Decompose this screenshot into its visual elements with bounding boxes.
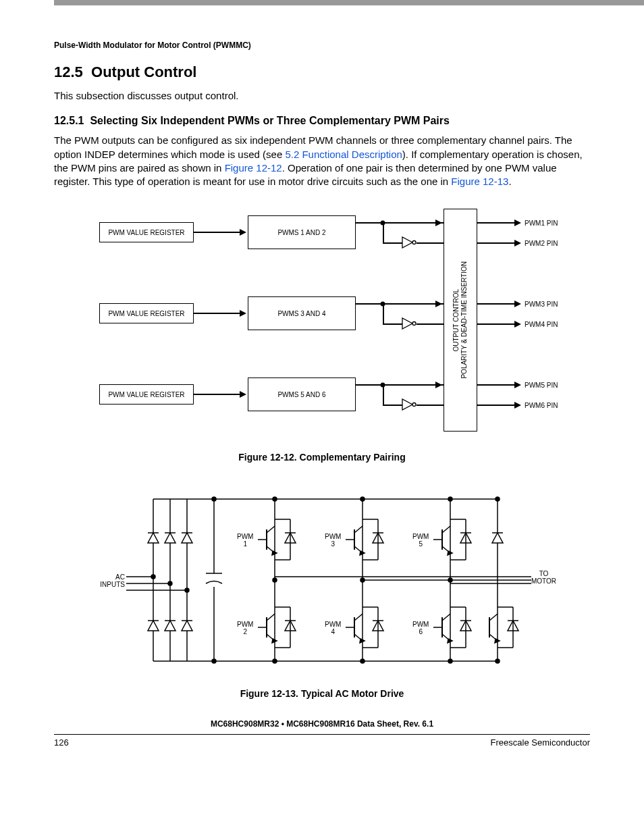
vendor-name: Freescale Semiconductor <box>491 737 590 748</box>
running-header: Pulse-Width Modulator for Motor Control … <box>54 41 590 50</box>
pwm4-pin-label: PWM4 PIN <box>525 321 558 328</box>
out-ctrl-line2: POLARITY & DEAD-TIME INSERTION <box>460 261 468 379</box>
svg-point-59 <box>360 659 365 663</box>
arrow-icon <box>514 219 521 226</box>
svg-line-74 <box>354 614 363 621</box>
schematic-svg <box>86 479 558 681</box>
footer-doc-title: MC68HC908MR32 • MC68HC908MR16 Data Sheet… <box>54 719 590 729</box>
svg-marker-89 <box>448 551 452 555</box>
subsection-heading: 12.5.1 Selecting Six Independent PWMs or… <box>54 115 590 127</box>
text-run: . <box>508 176 511 187</box>
arrow-icon <box>514 382 521 388</box>
page-number: 126 <box>54 737 69 748</box>
figure-12-13-caption: Figure 12-13. Typical AC Motor Drive <box>54 688 590 699</box>
output-control-label: OUTPUT CONTROL POLARITY & DEAD-TIME INSE… <box>452 261 468 379</box>
link-functional-description[interactable]: 5.2 Functional Description <box>285 149 402 160</box>
svg-point-5 <box>412 403 416 407</box>
inverter-icon <box>402 317 417 330</box>
section-title: Output Control <box>91 63 196 80</box>
arrow-icon <box>514 402 521 409</box>
wire <box>477 303 518 305</box>
svg-marker-4 <box>402 399 412 410</box>
arrow-icon <box>514 240 521 246</box>
svg-line-105 <box>489 614 498 621</box>
to-motor-label: TO MOTOR <box>531 570 556 585</box>
pwm5-label: PWM 5 <box>412 533 429 548</box>
svg-marker-13 <box>165 533 176 543</box>
wire <box>477 405 518 406</box>
pwm6-pin-label: PWM6 PIN <box>525 402 558 409</box>
pwm-value-register-2: PWM VALUE REGISTER <box>99 303 194 323</box>
svg-marker-21 <box>182 621 192 631</box>
header-rule <box>54 0 644 5</box>
out-ctrl-line1: OUTPUT CONTROL <box>452 289 460 352</box>
pwms-1-2-block: PWMS 1 AND 2 <box>248 215 356 249</box>
page: Pulse-Width Modulator for Motor Control … <box>0 14 644 768</box>
arrow-icon <box>435 382 442 388</box>
figure-12-12: OUTPUT CONTROL POLARITY & DEAD-TIME INSE… <box>65 202 579 445</box>
svg-marker-67 <box>360 551 365 555</box>
subsection-title: Selecting Six Independent PWMs or Three … <box>90 115 450 126</box>
wire <box>417 242 444 244</box>
svg-line-65 <box>354 526 363 533</box>
wire <box>477 384 518 386</box>
svg-marker-54 <box>272 639 277 643</box>
svg-point-81 <box>448 659 452 663</box>
pwm1-pin-label: PWM1 PIN <box>525 219 558 227</box>
pwm2-pin-label: PWM2 PIN <box>525 240 558 247</box>
svg-marker-98 <box>448 639 452 643</box>
arrow-icon <box>240 310 246 317</box>
reg-label: PWM VALUE REGISTER <box>108 391 184 398</box>
pwm3-label: PWM 3 <box>325 533 341 548</box>
wire <box>417 405 444 406</box>
wire <box>194 394 241 395</box>
arrow-icon <box>514 301 521 307</box>
wire <box>417 323 444 325</box>
svg-line-43 <box>267 526 275 533</box>
section-heading: 12.5 Output Control <box>54 63 590 81</box>
footer-row: 126 Freescale Semiconductor <box>54 734 590 748</box>
svg-marker-45 <box>272 551 277 555</box>
wire <box>383 242 403 244</box>
wire <box>383 323 403 325</box>
arrow-icon <box>514 321 521 328</box>
svg-marker-103 <box>492 533 503 543</box>
pwm1-label: PWM 1 <box>237 533 253 548</box>
wire <box>356 303 444 305</box>
pwm4-label: PWM 4 <box>325 621 341 635</box>
pair-label: PWMS 1 AND 2 <box>277 229 325 236</box>
link-figure-12-13[interactable]: Figure 12-13 <box>451 176 508 187</box>
pwm5-pin-label: PWM5 PIN <box>525 382 558 389</box>
wire <box>383 405 403 406</box>
link-figure-12-12[interactable]: Figure 12-12 <box>225 162 282 174</box>
inverter-icon <box>402 398 417 411</box>
svg-point-28 <box>185 588 189 592</box>
svg-point-3 <box>412 322 416 325</box>
paragraph-1: The PWM outputs can be configured as six… <box>54 134 590 188</box>
svg-point-79 <box>448 497 452 501</box>
reg-label: PWM VALUE REGISTER <box>108 310 184 317</box>
svg-point-32 <box>212 497 216 501</box>
arrow-icon <box>240 229 246 236</box>
svg-marker-76 <box>360 639 365 643</box>
pwm6-label: PWM 6 <box>412 621 429 635</box>
svg-line-96 <box>442 614 450 621</box>
svg-point-36 <box>273 578 277 582</box>
wire <box>356 384 444 386</box>
pwms-3-4-block: PWMS 3 AND 4 <box>248 296 356 330</box>
wire <box>194 232 241 233</box>
svg-point-37 <box>273 659 277 663</box>
svg-point-1 <box>412 241 416 244</box>
pair-label: PWMS 3 AND 4 <box>277 310 325 317</box>
pwm-value-register-1: PWM VALUE REGISTER <box>99 222 194 242</box>
arrow-icon <box>435 301 442 307</box>
pwm3-pin-label: PWM3 PIN <box>525 301 558 308</box>
wire <box>477 222 518 224</box>
pwms-5-6-block: PWMS 5 AND 6 <box>248 377 356 411</box>
subsection-number: 12.5.1 <box>54 115 84 126</box>
wire <box>477 323 518 325</box>
svg-point-57 <box>360 497 365 501</box>
ac-inputs-label: AC INPUTS <box>98 573 125 588</box>
svg-point-35 <box>273 497 277 501</box>
pwm-value-register-3: PWM VALUE REGISTER <box>99 384 194 405</box>
